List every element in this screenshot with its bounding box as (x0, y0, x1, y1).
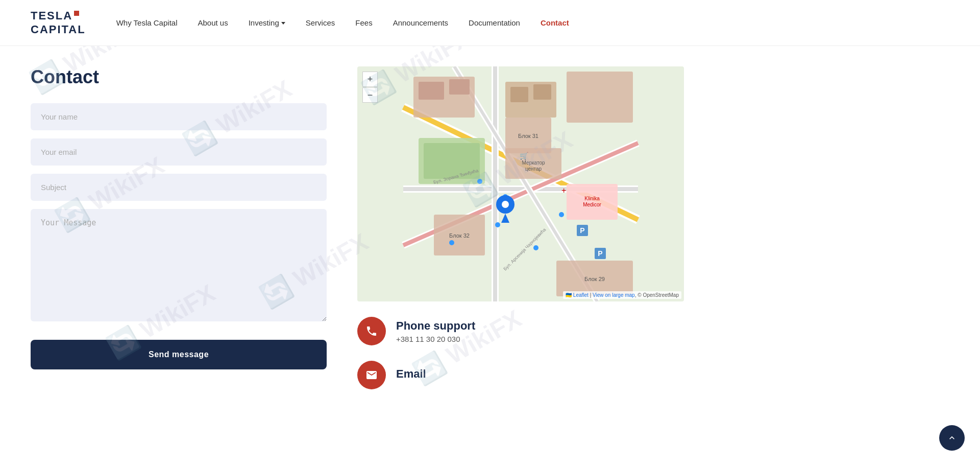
email-icon-circle (357, 361, 386, 389)
nav-item-documentation: Documentation (469, 18, 520, 28)
svg-text:Блок 32: Блок 32 (449, 232, 470, 239)
svg-text:P: P (598, 249, 602, 258)
logo[interactable]: TESLACAPITAL (31, 9, 86, 36)
svg-point-38 (477, 179, 482, 184)
svg-text:центар: центар (525, 166, 542, 172)
nav-link-fees[interactable]: Fees (355, 18, 372, 27)
nav-item-investing: Investing (249, 18, 285, 27)
svg-point-42 (559, 212, 564, 217)
nav-link-investing[interactable]: Investing (249, 18, 285, 27)
chevron-down-icon (281, 22, 285, 25)
nav-link-services[interactable]: Services (306, 18, 335, 27)
nav-item-fees: Fees (355, 18, 372, 28)
contact-form-section: Contact Send message (31, 66, 327, 389)
nav-item-announcements: Announcements (393, 18, 448, 28)
svg-rect-17 (567, 72, 633, 123)
phone-icon (365, 325, 378, 337)
svg-point-41 (533, 245, 538, 250)
svg-text:Блок 29: Блок 29 (584, 276, 605, 282)
svg-rect-12 (419, 82, 444, 100)
svg-point-43 (449, 240, 454, 245)
svg-rect-13 (449, 79, 470, 95)
nav-link-announcements[interactable]: Announcements (393, 18, 448, 27)
svg-text:+: + (561, 186, 566, 195)
email-item: Email (357, 361, 684, 389)
email-label: Email (396, 367, 426, 381)
phone-support-label: Phone support (396, 319, 475, 333)
logo-text: TESLACAPITAL (31, 9, 86, 36)
nav-item-about: About us (198, 18, 228, 28)
message-textarea[interactable] (31, 209, 327, 321)
svg-point-40 (495, 222, 500, 227)
nav-link-about[interactable]: About us (198, 18, 228, 27)
message-group (31, 209, 327, 323)
svg-text:Блок 31: Блок 31 (518, 133, 538, 139)
svg-text:Medicor: Medicor (583, 202, 601, 207)
osm-attribution: © OpenStreetMap (638, 292, 679, 298)
email-info: Email (396, 367, 426, 383)
leaflet-link[interactable]: Leaflet (573, 292, 589, 298)
nav-item-services: Services (306, 18, 335, 28)
map-controls: + − (362, 72, 378, 103)
map-attribution: 🇺🇦 Leaflet | View on large map, © OpenSt… (563, 291, 681, 299)
svg-text:🛒: 🛒 (520, 152, 529, 160)
zoom-in-button[interactable]: + (362, 72, 378, 87)
zoom-out-button[interactable]: − (362, 87, 378, 103)
nav-link-contact[interactable]: Contact (541, 18, 569, 27)
name-group (31, 103, 327, 130)
nav-link-documentation[interactable]: Documentation (469, 18, 520, 27)
svg-point-45 (502, 201, 509, 208)
svg-rect-15 (510, 87, 528, 102)
phone-support-value: +381 11 30 20 030 (396, 335, 475, 343)
svg-text:P: P (580, 226, 584, 235)
main-content: Contact Send message (0, 46, 715, 420)
svg-text:Klinika: Klinika (584, 196, 600, 201)
email-group (31, 138, 327, 166)
navbar: TESLACAPITAL Why Tesla Capital About us … (0, 0, 980, 46)
map-container: Блок 31 Блок 32 Klinika Medicor + Меркат… (357, 66, 684, 301)
email-input[interactable] (31, 138, 327, 166)
view-large-map-link[interactable]: View on large map (593, 292, 635, 298)
subject-group (31, 174, 327, 201)
subject-input[interactable] (31, 174, 327, 201)
svg-rect-16 (533, 84, 551, 100)
nav-item-contact: Contact (541, 18, 569, 28)
page-title: Contact (31, 66, 327, 88)
send-button[interactable]: Send message (31, 340, 327, 369)
nav-item-why-tesla: Why Tesla Capital (116, 18, 178, 28)
email-icon (365, 369, 378, 381)
logo-square (74, 11, 79, 16)
name-input[interactable] (31, 103, 327, 130)
contact-form: Send message (31, 103, 327, 369)
contact-info-section: Блок 31 Блок 32 Klinika Medicor + Меркат… (357, 66, 684, 389)
svg-text:Меркатор: Меркатор (522, 160, 545, 166)
phone-icon-circle (357, 317, 386, 345)
map-svg: Блок 31 Блок 32 Klinika Medicor + Меркат… (357, 66, 684, 301)
nav-links: Why Tesla Capital About us Investing Ser… (116, 18, 949, 28)
phone-support-item: Phone support +381 11 30 20 030 (357, 317, 684, 345)
phone-support-info: Phone support +381 11 30 20 030 (396, 319, 475, 343)
nav-link-why-tesla[interactable]: Why Tesla Capital (116, 18, 178, 27)
